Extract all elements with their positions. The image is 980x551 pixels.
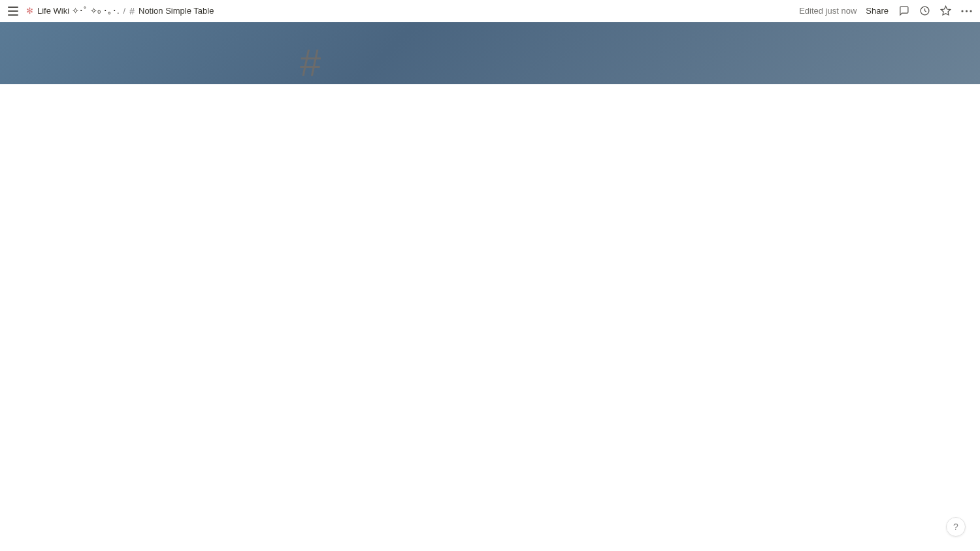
svg-point-3 (965, 10, 967, 12)
breadcrumb-workspace[interactable]: Life Wiki ✧･ﾟ ✧₀ ･｡･. (37, 6, 120, 16)
updates-icon[interactable] (919, 5, 930, 17)
favorite-icon[interactable] (939, 5, 951, 17)
svg-point-4 (970, 10, 972, 12)
breadcrumb-page[interactable]: Notion Simple Table (139, 6, 214, 16)
svg-point-2 (961, 10, 963, 12)
comments-icon[interactable] (898, 5, 909, 17)
page-cover[interactable] (0, 22, 980, 84)
sidebar-toggle[interactable] (8, 7, 18, 16)
workspace-icon: ✻ (26, 6, 33, 16)
breadcrumb: ✻ Life Wiki ✧･ﾟ ✧₀ ･｡･. / # Notion Simpl… (26, 6, 214, 16)
more-icon[interactable] (960, 5, 972, 17)
page-hash-icon: # (129, 6, 135, 16)
breadcrumb-sep: / (123, 6, 126, 16)
topbar: ✻ Life Wiki ✧･ﾟ ✧₀ ･｡･. / # Notion Simpl… (0, 0, 980, 22)
share-button[interactable]: Share (866, 6, 889, 16)
svg-marker-1 (941, 6, 950, 14)
page-icon[interactable]: # (300, 40, 321, 84)
edited-label: Edited just now (799, 6, 857, 16)
